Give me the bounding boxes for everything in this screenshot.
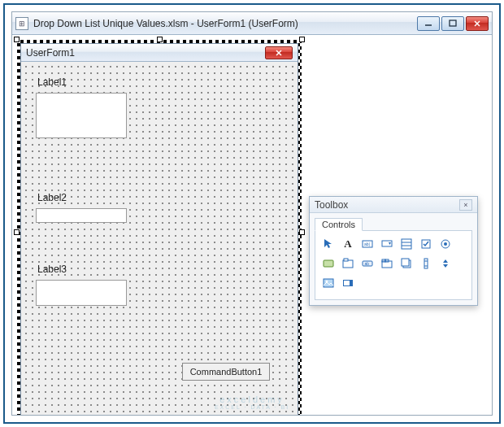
svg-rect-29 xyxy=(344,281,350,285)
scrollbar-icon[interactable] xyxy=(418,255,434,272)
svg-text:ab|: ab| xyxy=(364,242,370,246)
svg-rect-26 xyxy=(324,279,333,287)
svg-rect-15 xyxy=(324,260,333,267)
svg-rect-9 xyxy=(402,239,411,249)
resize-handle-n[interactable] xyxy=(157,37,163,42)
minimize-button[interactable] xyxy=(417,16,440,31)
frame-icon[interactable] xyxy=(340,255,356,272)
spinbutton-icon[interactable] xyxy=(437,255,454,272)
toolbox-window[interactable]: Toolbox × Controls A ab| a xyxy=(309,196,478,306)
optionbutton-icon[interactable] xyxy=(437,236,454,252)
combobox-icon[interactable] xyxy=(379,236,395,252)
userform-title: UserForm1 xyxy=(26,47,75,59)
resize-handle-nw[interactable] xyxy=(14,37,20,42)
window-title: Drop Down List Unique Values.xlsm - User… xyxy=(33,18,412,29)
svg-point-14 xyxy=(444,242,447,246)
resize-handle-w[interactable] xyxy=(14,229,20,235)
textbox3[interactable] xyxy=(36,280,127,306)
label2[interactable]: Label2 xyxy=(37,192,67,203)
outer-frame: ⊞ Drop Down List Unique Values.xlsm - Us… xyxy=(3,3,501,424)
app-icon: ⊞ xyxy=(15,17,28,30)
label3[interactable]: Label3 xyxy=(37,264,67,275)
commandbutton1-label: CommandButton1 xyxy=(190,367,263,377)
userform-body[interactable]: Label1 Label2 Label3 CommandButton1 xyxy=(21,62,298,415)
svg-rect-17 xyxy=(344,259,348,261)
select-pointer-icon[interactable] xyxy=(320,236,337,252)
textbox1[interactable] xyxy=(36,93,127,138)
svg-text:ab: ab xyxy=(365,261,370,266)
form-selection[interactable]: UserForm1 Label1 Label2 Label3 xyxy=(17,40,302,415)
toolbox-panel: A ab| ab xyxy=(315,230,472,300)
toolbox-close-button[interactable]: × xyxy=(459,199,472,211)
commandbutton1[interactable]: CommandButton1 xyxy=(182,363,270,381)
refedit-icon[interactable] xyxy=(340,275,356,291)
workspace: UserForm1 Label1 Label2 Label3 xyxy=(12,35,492,415)
vbe-window: ⊞ Drop Down List Unique Values.xlsm - Us… xyxy=(11,11,493,416)
textbox-icon[interactable]: ab| xyxy=(359,236,376,252)
svg-rect-1 xyxy=(450,20,456,26)
userform[interactable]: UserForm1 Label1 Label2 Label3 xyxy=(20,43,298,415)
userform-close-button[interactable] xyxy=(265,46,293,59)
toolbox-title: Toolbox xyxy=(315,199,348,211)
toolbox-tab-controls[interactable]: Controls xyxy=(315,218,363,231)
tabstrip-icon[interactable] xyxy=(379,255,395,272)
maximize-button[interactable] xyxy=(441,16,464,31)
userform-titlebar[interactable]: UserForm1 xyxy=(21,44,298,62)
image-icon[interactable] xyxy=(320,275,337,291)
multipage-icon[interactable] xyxy=(398,255,415,272)
svg-rect-24 xyxy=(402,259,409,266)
label-a-icon[interactable]: A xyxy=(340,236,356,252)
toolbox-titlebar[interactable]: Toolbox × xyxy=(310,197,477,213)
svg-rect-25 xyxy=(424,259,428,268)
resize-handle-e[interactable] xyxy=(299,229,305,235)
close-button[interactable] xyxy=(466,16,489,31)
textbox2[interactable] xyxy=(36,208,127,223)
commandbutton-icon[interactable]: ab xyxy=(359,255,376,272)
checkbox-icon[interactable] xyxy=(418,236,434,252)
label1[interactable]: Label1 xyxy=(37,76,67,88)
listbox-icon[interactable] xyxy=(398,236,415,252)
resize-handle-ne[interactable] xyxy=(299,37,305,42)
titlebar[interactable]: ⊞ Drop Down List Unique Values.xlsm - Us… xyxy=(12,12,492,35)
togglebutton-icon[interactable] xyxy=(320,255,337,272)
